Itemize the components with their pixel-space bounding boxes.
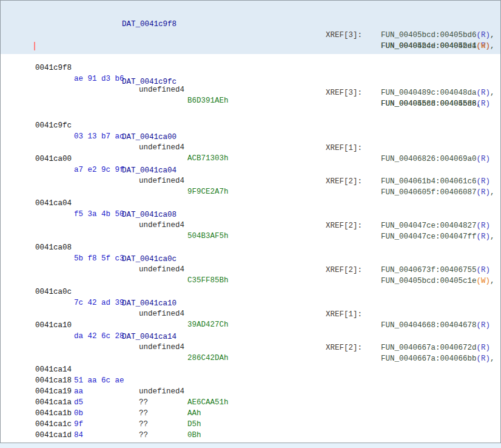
data-block: DAT_0041ca04 XREF[2]: FUN_0040605f:00406… (1, 154, 500, 187)
label-line: DAT_0041ca14 XREF[2]: FUN_0040667a:00406… (1, 321, 500, 331)
xref-continuation-line: FUN_00405bcd:00405be1(W) (1, 30, 500, 41)
data-block: DAT_0041c9fc XREF[3]: FUN_00404588:00404… (1, 66, 500, 109)
listing-row[interactable]: 0041ca1f 3d ?? 3Dh = (1, 430, 500, 441)
listing-row[interactable]: 0041ca14 51 aa 6c ae undefined4 AE6CAA51… (1, 342, 500, 353)
label-line: DAT_0041ca04 XREF[2]: FUN_0040605f:00406… (1, 154, 500, 165)
listing-blocks: DAT_0041c9f8 XREF[3]: FUN_0040424e:00404… (1, 1, 500, 441)
listing-row[interactable]: 0041ca1e 3f ?? 3Fh ? (1, 419, 500, 430)
data-block: DAT_0041ca14 XREF[2]: FUN_0040667a:00406… (1, 321, 500, 441)
listing-row[interactable]: 0041ca18 aa ?? AAh (1, 353, 500, 364)
xref-continuation-line: FUN_004061b4:004061c6(R) (1, 165, 500, 176)
listing-row[interactable]: 0041ca1c 84 ?? 84h (1, 397, 500, 408)
xref-continuation-line: FUN_0040489c:004048da(R), (1, 76, 500, 87)
xref-separator: , (490, 188, 495, 197)
xref-target[interactable]: FUN_0040605f:00406087 (381, 188, 477, 197)
datatype-field[interactable]: undefined4 (139, 308, 184, 319)
listing-row[interactable]: 0041ca19 d5 ?? D5h (1, 364, 500, 375)
value-field[interactable]: 504B3AF5h (187, 231, 229, 242)
data-block: DAT_0041c9f8 XREF[3]: FUN_0040424e:00404… (1, 1, 500, 54)
listing-row[interactable]: 0041c9fc 03 13 b7 ac undefined4 ACB71303… (1, 98, 500, 109)
xref-ref-type: (W) (477, 277, 491, 285)
xref-count-label: XREF[1]: (326, 309, 362, 320)
label-line: DAT_0041c9f8 XREF[3]: FUN_0040424e:00404… (1, 8, 500, 19)
xref-continuation-line: FUN_00405bcd:00405bd6(R) (1, 87, 500, 98)
value-field[interactable]: 9F9CE2A7h (187, 186, 229, 197)
xref-continuation-line: FUN_0040667a:0040672d(R) (1, 331, 500, 342)
label-line: DAT_0041ca08 XREF[2]: FUN_004047ce:00404… (1, 199, 500, 209)
listing-row[interactable]: 0041ca08 5b f8 5f c3 undefined4 C35FF85B… (1, 220, 500, 231)
listing-row[interactable]: 0041ca00 a7 e2 9c 9f undefined4 9F9CE2A7… (1, 132, 500, 143)
listing-row[interactable]: 0041ca1b 9f ?? 9Fh (1, 386, 500, 397)
listing-row[interactable]: 0041ca04 f5 3a 4b 50 undefined4 504B3AF5… (1, 176, 500, 187)
xref-target[interactable]: FUN_00405bcd:00405c1e (381, 277, 477, 285)
xref-continuation-line: FUN_0040673f:00406755(R) (1, 254, 500, 265)
listing-row[interactable]: 0041ca1a 0b ?? 0Bh (1, 375, 500, 386)
disassembly-listing-screen: DAT_0041c9f8 XREF[3]: FUN_0040424e:00404… (0, 0, 501, 448)
xref-ref-type: (R) (477, 188, 491, 197)
label-line: DAT_0041ca10 XREF[1]: FUN_00404668:00404… (1, 287, 500, 298)
xref-count-label: XREF[1]: (326, 143, 362, 154)
xref-target[interactable]: FUN_004047ce:004047ff (381, 232, 477, 241)
listing-row[interactable]: 0041c9f8 ae 91 d3 b6 undefined4 B6D391AE… (1, 41, 500, 52)
listing-panel: DAT_0041c9f8 XREF[3]: FUN_0040424e:00404… (0, 0, 501, 443)
label-line: DAT_0041c9fc XREF[3]: FUN_00404588:00404… (1, 66, 500, 76)
xref-continuation-line: FUN_004047ce:00404827(R) (1, 209, 500, 220)
value-field[interactable]: C35FF85Bh (187, 275, 229, 286)
xref-separator: , (490, 277, 495, 285)
bottom-scroll-area[interactable] (0, 443, 501, 448)
data-block: DAT_0041ca00 XREF[1]: FUN_00406826:00406… (1, 121, 500, 143)
label-line: DAT_0041ca0c XREF[2]: FUN_00405bcd:00405… (1, 243, 500, 254)
listing-row[interactable]: 0041ca0c 7c 42 ad 39 undefined4 39AD427C… (1, 265, 500, 276)
xref-ref-type: (R) (477, 232, 491, 241)
xref-entry[interactable]: FUN_00405bcd:00405c1e(W), (381, 276, 495, 287)
listing-row[interactable]: 0041ca10 da 42 6c 28 undefined4 286C42DA… (1, 298, 500, 309)
listing-row[interactable]: 0041ca1d 57 ?? 57h W (1, 408, 500, 419)
data-block: DAT_0041ca08 XREF[2]: FUN_004047ce:00404… (1, 199, 500, 231)
xref-continuation-line: FUN_00405bcd:00405bd6(R), (1, 19, 500, 30)
xref-separator: , (490, 232, 495, 241)
data-block: DAT_0041ca0c XREF[2]: FUN_00405bcd:00405… (1, 243, 500, 276)
data-block: DAT_0041ca10 XREF[1]: FUN_00404668:00404… (1, 287, 500, 309)
xref-entry[interactable]: FUN_004047ce:004047ff(R), (381, 231, 495, 242)
label-line: DAT_0041ca00 XREF[1]: FUN_00406826:00406… (1, 121, 500, 132)
datatype-field[interactable]: undefined4 (139, 142, 184, 153)
text-cursor (34, 42, 35, 50)
xref-entry[interactable]: FUN_0040605f:00406087(R), (381, 187, 495, 198)
